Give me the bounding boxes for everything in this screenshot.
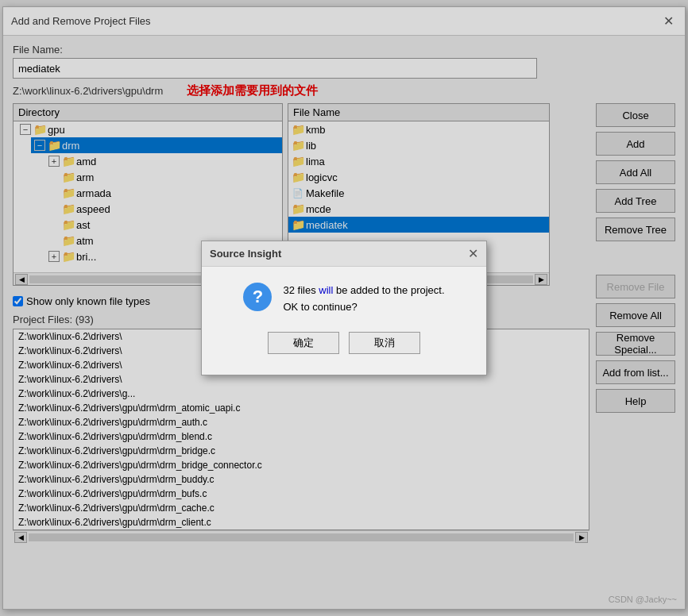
modal-message-line1: 32 files will be added to the project. (283, 283, 444, 299)
modal-message-will: will (319, 284, 333, 296)
info-icon: ? (243, 283, 272, 311)
main-window: Add and Remove Project Files ✕ File Name… (2, 6, 686, 610)
modal-close-button[interactable]: ✕ (468, 246, 478, 261)
modal-body: ? 32 files will be added to the project.… (202, 267, 486, 375)
modal-message-part2: be added to the project. (333, 284, 444, 296)
modal-message-line2: OK to continue? (283, 299, 444, 316)
modal-message-part1: 32 files (283, 284, 319, 296)
modal-title: Source Insight (210, 248, 281, 260)
modal-buttons: 确定 取消 (268, 324, 420, 367)
modal-title-bar: Source Insight ✕ (202, 241, 486, 267)
modal-message: 32 files will be added to the project. O… (283, 283, 444, 316)
modal-overlay: Source Insight ✕ ? 32 files will be adde… (3, 7, 685, 609)
source-insight-dialog: Source Insight ✕ ? 32 files will be adde… (201, 241, 487, 375)
modal-confirm-button[interactable]: 确定 (268, 332, 339, 354)
modal-content-row: ? 32 files will be added to the project.… (243, 283, 444, 316)
modal-cancel-button[interactable]: 取消 (349, 332, 420, 354)
